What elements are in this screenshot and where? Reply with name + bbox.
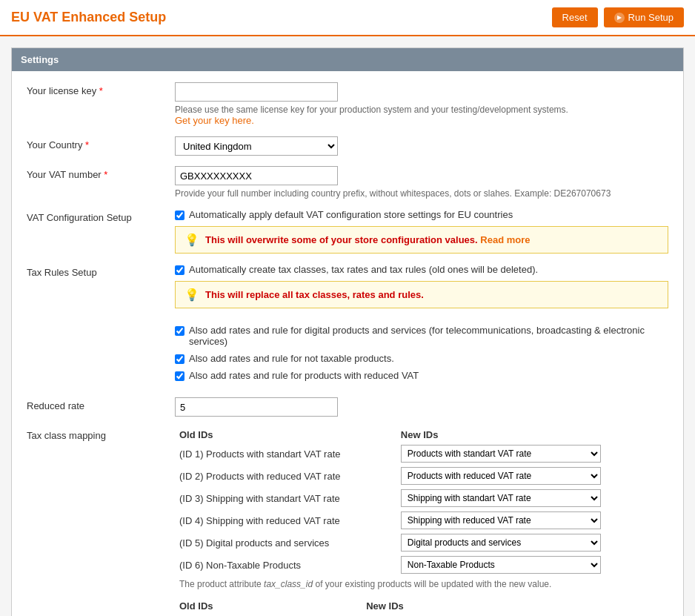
main-content: Settings Your license key * Please use t… [0, 36, 695, 616]
row-old-label: (ID 2) Products with reduced VAT rate [175, 465, 396, 487]
table-row: (ID 1) Products with standart VAT rate P… [175, 443, 668, 465]
row-new-select-cell: Digital products and services [396, 531, 668, 554]
run-setup-button[interactable]: ▶ Run Setup [604, 7, 684, 27]
row-old-label: (ID 3) Shipping with standart VAT rate [175, 487, 396, 509]
vat-config-checkbox[interactable] [175, 211, 184, 220]
table-row: (ID 2) Products with reduced VAT rate Pr… [175, 465, 668, 487]
row-new-select-cell: Products with reduced VAT rate Products … [396, 465, 668, 487]
row-new-select[interactable]: Shipping with standart VAT rate Shipping… [401, 489, 601, 507]
row-new-select[interactable]: Non-Taxable Products [401, 556, 601, 574]
vat-config-warning: 💡 This will overwrite some of your store… [175, 226, 668, 254]
vat-number-label: Your VAT number * [27, 166, 175, 180]
digital-checkbox-label: Also add rates and rule for digital prod… [189, 325, 668, 347]
reset-button[interactable]: Reset [552, 7, 598, 27]
play-icon: ▶ [614, 13, 625, 23]
table-row: (ID 4) Shipping with reduced VAT rate Sh… [175, 509, 668, 531]
row-old-label: (ID 1) Products with standart VAT rate [175, 443, 396, 465]
row-new-select-cell: Non-Taxable Products [396, 554, 668, 576]
row-new-select-cell: Shipping with standart VAT rate Shipping… [396, 487, 668, 509]
not-taxable-checkbox[interactable] [175, 354, 184, 364]
vat-number-row: Your VAT number * Provide your full numb… [27, 166, 668, 199]
row-new-select-cell: Shipping with reduced VAT rate Shipping … [396, 509, 668, 531]
country-select[interactable]: United Kingdom Germany France Italy Spai… [175, 136, 338, 156]
get-key-link[interactable]: Get your key here. [175, 115, 254, 126]
license-required-marker: * [99, 85, 103, 96]
app-header: EU VAT Enhanced Setup Reset ▶ Run Setup [0, 0, 695, 36]
app-title: EU VAT Enhanced Setup [11, 10, 166, 25]
reduced-vat-checkbox-label: Also add rates and rule for products wit… [189, 370, 419, 381]
tax-rules-warning: 💡 This will replace all tax classes, rat… [175, 281, 668, 308]
reduced-rate-input[interactable] [175, 397, 338, 417]
add-rates-label [27, 319, 175, 322]
row-new-select[interactable]: Digital products and services [401, 534, 601, 552]
vat-config-warning-text: This will overwrite some of your store c… [205, 234, 531, 245]
table-row: (ID 6) Non-Taxable Products Non-Taxable … [175, 554, 668, 576]
table-row: (ID 3) Shipping with standart VAT rate S… [175, 487, 668, 509]
tax-rules-checkbox[interactable] [175, 265, 184, 275]
country-required-marker: * [85, 139, 89, 150]
country-content: United Kingdom Germany France Italy Spai… [175, 136, 668, 156]
license-key-link-row: Get your key here. [175, 115, 668, 126]
not-taxable-checkbox-row: Also add rates and rule for not taxable … [175, 353, 668, 364]
reduced-rate-content [175, 397, 668, 417]
tax-rules-checkbox-label: Automatically create tax classes, tax ra… [189, 264, 538, 275]
row-old-label: (ID 4) Shipping with reduced VAT rate [175, 509, 396, 531]
tax-rules-warning-icon: 💡 [184, 288, 199, 302]
license-key-label: Your license key * [27, 82, 175, 96]
add-rates-row: Also add rates and rule for digital prod… [27, 319, 668, 387]
warning-icon: 💡 [184, 233, 199, 247]
table-row: (ID 5) Digital products and services Dig… [175, 531, 668, 554]
license-key-input[interactable] [175, 82, 338, 102]
new-ids-header: New IDs [396, 427, 668, 443]
product-mapping-table: Old IDs New IDs (ID 1) Products with sta… [175, 427, 668, 576]
tax-rules-warning-text: This will replace all tax classes, rates… [205, 289, 424, 300]
tax-rules-checkbox-row: Automatically create tax classes, tax ra… [175, 264, 668, 275]
vat-help-text: Provide your full number including count… [175, 188, 668, 199]
product-mapping-note: The product attribute tax_class_id of yo… [179, 579, 664, 589]
license-key-content: Please use the same license key for your… [175, 82, 668, 126]
vat-config-checkbox-row: Automatically apply default VAT configur… [175, 209, 668, 220]
vat-config-checkbox-label: Automatically apply default VAT configur… [189, 209, 513, 220]
row-new-select[interactable]: Products with reduced VAT rate Products … [401, 467, 601, 485]
digital-checkbox-row: Also add rates and rule for digital prod… [175, 325, 668, 347]
row-new-select[interactable]: Products with standart VAT rate Products… [401, 445, 601, 463]
reduced-rate-row: Reduced rate [27, 397, 668, 417]
header-actions: Reset ▶ Run Setup [552, 7, 684, 27]
vat-config-label: VAT Configuration Setup [27, 209, 175, 223]
vat-number-input[interactable] [175, 166, 338, 185]
customer-old-ids-header: Old IDs [175, 598, 362, 614]
country-label: Your Country * [27, 136, 175, 150]
reduced-vat-checkbox[interactable] [175, 371, 184, 381]
vat-config-row: VAT Configuration Setup Automatically ap… [27, 209, 668, 254]
reduced-vat-checkbox-row: Also add rates and rule for products wit… [175, 370, 668, 381]
license-key-row: Your license key * Please use the same l… [27, 82, 668, 126]
settings-panel: Settings Your license key * Please use t… [11, 47, 684, 616]
tax-rules-label: Tax Rules Setup [27, 264, 175, 278]
license-help-text: Please use the same license key for your… [175, 105, 668, 115]
customer-new-ids-header: New IDs [362, 598, 668, 614]
row-new-select-cell: Products with standart VAT rate Products… [396, 443, 668, 465]
vat-number-content: Provide your full number including count… [175, 166, 668, 199]
settings-header: Settings [12, 48, 683, 71]
row-new-select[interactable]: Shipping with reduced VAT rate Shipping … [401, 511, 601, 529]
add-rates-content: Also add rates and rule for digital prod… [175, 325, 668, 387]
tax-mapping-content: Old IDs New IDs (ID 1) Products with sta… [175, 427, 668, 616]
tax-rules-row: Tax Rules Setup Automatically create tax… [27, 264, 668, 308]
tax-mapping-label: Tax class mapping [27, 427, 175, 441]
row-old-label: (ID 5) Digital products and services [175, 531, 396, 554]
not-taxable-checkbox-label: Also add rates and rule for not taxable … [189, 353, 394, 364]
reduced-rate-label: Reduced rate [27, 397, 175, 411]
vat-config-content: Automatically apply default VAT configur… [175, 209, 668, 254]
country-row: Your Country * United Kingdom Germany Fr… [27, 136, 668, 156]
row-old-label: (ID 6) Non-Taxable Products [175, 554, 396, 576]
customer-mapping-table: Old IDs New IDs (ID 7) Consumers incl. V… [175, 598, 668, 616]
settings-body: Your license key * Please use the same l… [12, 71, 683, 616]
vat-required-marker: * [104, 169, 107, 180]
tax-rules-content: Automatically create tax classes, tax ra… [175, 264, 668, 308]
read-more-link[interactable]: Read more [480, 234, 530, 245]
old-ids-header: Old IDs [175, 427, 396, 443]
digital-checkbox[interactable] [175, 326, 184, 336]
tax-mapping-row: Tax class mapping Old IDs New IDs (ID 1)… [27, 427, 668, 616]
